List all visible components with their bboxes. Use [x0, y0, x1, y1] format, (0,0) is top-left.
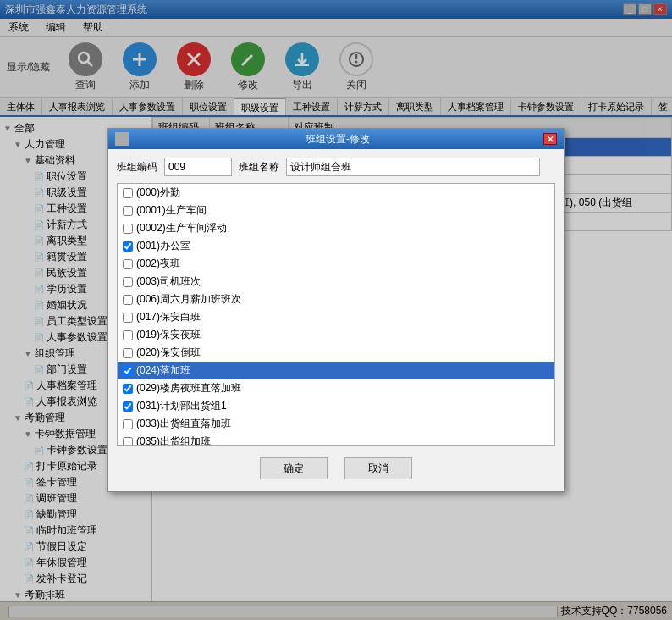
dialog-code-label: 班组编码	[117, 160, 157, 174]
list-item-checkbox[interactable]	[123, 419, 133, 429]
list-item[interactable]: (001)办公室	[118, 237, 554, 255]
list-item[interactable]: (033)出货组直落加班	[118, 415, 554, 433]
list-item-checkbox[interactable]	[123, 384, 133, 394]
dialog-code-row: 班组编码 班组名称	[117, 158, 555, 176]
list-item-label: (035)出货组加班	[136, 435, 211, 446]
list-item-checkbox[interactable]	[123, 348, 133, 358]
list-item[interactable]: (019)保安夜班	[118, 326, 554, 344]
list-item-label: (020)保安倒班	[136, 346, 201, 360]
list-item-label: (017)保安白班	[136, 310, 201, 324]
list-item-label: (0002)生产车间浮动	[136, 221, 227, 235]
list-item-label: (024)落加班	[136, 363, 190, 378]
list-item-label: (003)司机班次	[136, 274, 201, 289]
cancel-button[interactable]: 取消	[344, 457, 412, 479]
list-item[interactable]: (017)保安白班	[118, 308, 554, 326]
list-item-label: (029)楼房夜班直落加班	[136, 381, 241, 396]
dialog-title-bar: 班组设置-修改 ✕	[108, 129, 564, 149]
list-item-checkbox[interactable]	[123, 277, 133, 287]
list-item[interactable]: (024)落加班	[118, 362, 554, 379]
list-item[interactable]: (031)计划部出货组1	[118, 397, 554, 415]
dialog-footer: 确定 取消	[117, 454, 555, 483]
dialog-close-button[interactable]: ✕	[543, 133, 557, 145]
list-item-checkbox[interactable]	[123, 206, 133, 216]
list-item-label: (033)出货组直落加班	[136, 417, 231, 431]
dialog-name-input[interactable]	[286, 158, 540, 176]
confirm-button[interactable]: 确定	[260, 457, 328, 479]
dialog-list[interactable]: (000)外勤(0001)生产车间(0002)生产车间浮动(001)办公室(00…	[117, 183, 555, 446]
list-item-checkbox[interactable]	[123, 401, 133, 412]
dialog: 班组设置-修改 ✕ 班组编码 班组名称 (000)外勤(0001)生产车间(00…	[107, 128, 565, 492]
list-item-checkbox[interactable]	[123, 295, 133, 305]
dialog-name-label: 班组名称	[239, 160, 279, 174]
list-item-label: (019)保安夜班	[136, 328, 201, 342]
list-item-label: (000)外勤	[136, 185, 180, 200]
list-item[interactable]: (035)出货组加班	[118, 433, 554, 446]
list-item-checkbox[interactable]	[123, 366, 133, 376]
list-item-checkbox[interactable]	[123, 224, 133, 234]
list-item[interactable]: (020)保安倒班	[118, 344, 554, 362]
list-item[interactable]: (0001)生产车间	[118, 202, 554, 219]
list-item-label: (002)夜班	[136, 257, 180, 271]
list-item-checkbox[interactable]	[123, 330, 133, 340]
dialog-title-text: 班组设置-修改	[306, 132, 370, 147]
dialog-overlay: 班组设置-修改 ✕ 班组编码 班组名称 (000)外勤(0001)生产车间(00…	[0, 0, 672, 620]
dialog-body: 班组编码 班组名称 (000)外勤(0001)生产车间(0002)生产车间浮动(…	[108, 149, 564, 491]
dialog-code-input[interactable]	[164, 158, 232, 176]
list-item-checkbox[interactable]	[123, 313, 133, 323]
list-item[interactable]: (0002)生产车间浮动	[118, 219, 554, 237]
dialog-title-icon	[115, 132, 129, 146]
list-item-label: (006)周六月薪加班班次	[136, 292, 241, 307]
list-item-checkbox[interactable]	[123, 259, 133, 269]
list-item-checkbox[interactable]	[123, 188, 133, 198]
list-item-label: (031)计划部出货组1	[136, 399, 227, 413]
list-item[interactable]: (029)楼房夜班直落加班	[118, 379, 554, 397]
list-item-checkbox[interactable]	[123, 437, 133, 446]
list-item[interactable]: (003)司机班次	[118, 273, 554, 291]
list-item[interactable]: (000)外勤	[118, 184, 554, 202]
list-item-label: (0001)生产车间	[136, 203, 207, 218]
list-item[interactable]: (002)夜班	[118, 255, 554, 273]
list-item-label: (001)办公室	[136, 239, 190, 253]
list-item-checkbox[interactable]	[123, 241, 133, 252]
list-item[interactable]: (006)周六月薪加班班次	[118, 291, 554, 308]
